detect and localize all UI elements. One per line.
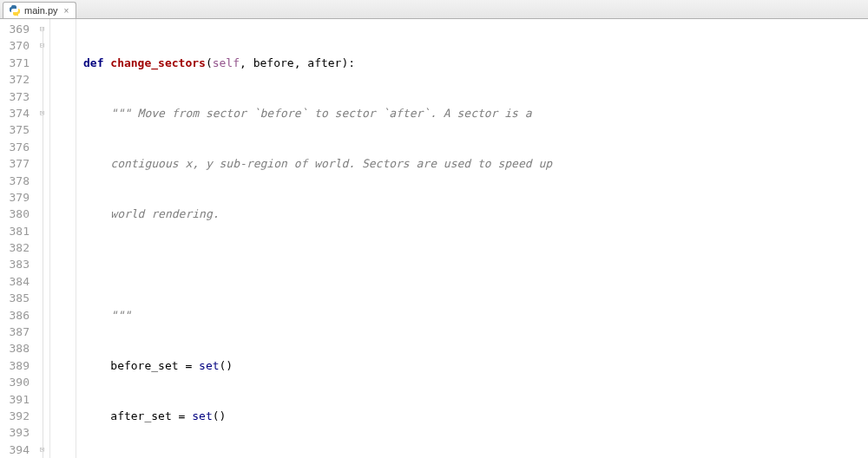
line-number: 373 [0, 88, 30, 105]
tab-close-button[interactable]: × [62, 5, 72, 16]
python-file-icon [9, 4, 21, 16]
code-editor[interactable]: 3693703713723733743753763773783793803813… [0, 19, 868, 458]
line-number: 372 [0, 71, 30, 88]
line-number: 394 [0, 442, 30, 458]
line-number: 380 [0, 206, 30, 222]
line-number: 386 [0, 307, 30, 324]
line-number: 369 [0, 21, 30, 37]
line-number: 370 [0, 37, 30, 54]
tab-bar: main.py × [0, 0, 868, 19]
line-number: 389 [0, 357, 30, 374]
line-number: 392 [0, 408, 30, 424]
line-number: 377 [0, 155, 30, 172]
line-number: 387 [0, 324, 30, 340]
line-number: 379 [0, 189, 30, 206]
line-number: 378 [0, 173, 30, 189]
tab-filename: main.py [24, 5, 58, 16]
line-number: 388 [0, 340, 30, 357]
file-tab-main[interactable]: main.py × [3, 2, 76, 18]
line-number-gutter: 3693703713723733743753763773783793803813… [0, 19, 35, 458]
line-number: 382 [0, 239, 30, 256]
indent-guide-column [50, 19, 76, 458]
line-number: 381 [0, 223, 30, 239]
line-number: 376 [0, 139, 30, 155]
fold-column: ⊟⊟⊡⊡ [35, 19, 50, 458]
line-number: 385 [0, 290, 30, 306]
code-area[interactable]: def change_sectors(self, before, after):… [76, 19, 552, 458]
line-number: 393 [0, 424, 30, 441]
line-number: 391 [0, 391, 30, 408]
line-number: 390 [0, 374, 30, 390]
line-number: 371 [0, 55, 30, 71]
line-number: 383 [0, 256, 30, 272]
line-number: 374 [0, 105, 30, 121]
line-number: 375 [0, 121, 30, 138]
line-number: 384 [0, 273, 30, 290]
